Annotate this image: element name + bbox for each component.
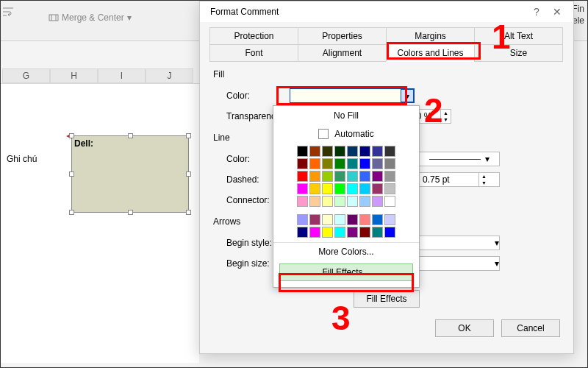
dialog-title: Format Comment [210, 7, 526, 17]
color-swatch[interactable] [322, 214, 333, 225]
color-swatch[interactable] [347, 196, 358, 207]
color-swatch[interactable] [347, 171, 358, 182]
cancel-button[interactable]: Cancel [501, 319, 560, 337]
color-swatch[interactable] [334, 227, 345, 238]
annotation-box-2 [276, 86, 407, 105]
color-swatch[interactable] [384, 196, 395, 207]
color-swatch[interactable] [384, 171, 395, 182]
color-swatch[interactable] [297, 227, 308, 238]
color-swatch[interactable] [297, 171, 308, 182]
col-header[interactable]: J [146, 68, 193, 83]
cell-text: Ghi chú [7, 154, 37, 164]
color-swatch[interactable] [334, 183, 345, 194]
color-swatch[interactable] [297, 196, 308, 207]
wrap-text-icon[interactable] [0, 5, 17, 18]
color-swatch[interactable] [359, 214, 370, 225]
annotation-box-1 [387, 42, 481, 60]
merge-center-label: Merge & Center [62, 13, 124, 23]
color-swatch[interactable] [347, 227, 358, 238]
line-weight-spinner[interactable]: ▲▼ [419, 172, 500, 187]
color-swatch[interactable] [309, 146, 320, 157]
spin-up-icon[interactable]: ▲ [478, 173, 489, 180]
color-swatch[interactable] [372, 146, 383, 157]
comment-author: Dell: [74, 138, 93, 149]
tab-protection[interactable]: Protection [209, 27, 298, 45]
col-header[interactable]: I [98, 68, 146, 83]
color-swatch[interactable] [322, 196, 333, 207]
worksheet-area: G H I J Ghi chú Dell: [1, 68, 199, 363]
color-swatch[interactable] [334, 146, 345, 157]
color-swatch[interactable] [334, 158, 345, 169]
merge-center-button[interactable]: Merge & Center ▾ [49, 13, 132, 23]
color-swatch[interactable] [334, 196, 345, 207]
color-swatch[interactable] [322, 158, 333, 169]
color-swatch[interactable] [359, 183, 370, 194]
color-swatch[interactable] [359, 227, 370, 238]
color-swatch[interactable] [347, 214, 358, 225]
color-swatch[interactable] [309, 214, 320, 225]
color-swatch[interactable] [359, 158, 370, 169]
color-swatch[interactable] [372, 158, 383, 169]
color-swatch[interactable] [347, 183, 358, 194]
comment-box[interactable]: Dell: [71, 135, 189, 213]
svg-rect-0 [49, 15, 58, 21]
color-swatch[interactable] [297, 214, 308, 225]
automatic-option[interactable]: Automatic [273, 125, 419, 143]
tab-font[interactable]: Font [209, 44, 298, 62]
spin-up-icon[interactable]: ▲ [440, 110, 451, 116]
color-swatch[interactable] [309, 183, 320, 194]
color-swatch[interactable] [359, 146, 370, 157]
color-swatch[interactable] [334, 171, 345, 182]
col-header[interactable]: G [2, 68, 50, 83]
col-header[interactable]: H [50, 68, 98, 83]
end-size-dropdown[interactable]: ▾ [419, 256, 500, 271]
tab-alignment[interactable]: Alignment [298, 44, 387, 62]
color-swatch[interactable] [322, 171, 333, 182]
color-swatch[interactable] [359, 171, 370, 182]
help-button[interactable]: ? [526, 4, 547, 20]
color-picker-popup: No Fill Automatic More Colors... Fill Ef… [273, 105, 420, 288]
color-swatch[interactable] [372, 227, 383, 238]
fill-effects-button[interactable]: Fill Effects [354, 290, 420, 308]
color-swatch[interactable] [372, 196, 383, 207]
end-style-dropdown[interactable]: ▾ [419, 236, 500, 250]
color-swatch[interactable] [384, 227, 395, 238]
color-swatch[interactable] [297, 146, 308, 157]
color-swatch[interactable] [347, 146, 358, 157]
ok-button[interactable]: OK [435, 319, 494, 337]
color-swatch[interactable] [309, 171, 320, 182]
color-swatch[interactable] [384, 183, 395, 194]
color-swatch[interactable] [384, 146, 395, 157]
color-swatch[interactable] [359, 196, 370, 207]
spin-down-icon[interactable]: ▼ [478, 180, 489, 186]
close-icon[interactable]: ✕ [547, 4, 567, 20]
color-swatch[interactable] [372, 214, 383, 225]
no-fill-option[interactable]: No Fill [273, 106, 419, 125]
color-swatch[interactable] [347, 158, 358, 169]
tab-size[interactable]: Size [474, 44, 563, 62]
color-swatch[interactable] [322, 227, 333, 238]
annotation-box-3 [279, 273, 414, 292]
color-swatch[interactable] [309, 227, 320, 238]
line-weight-value[interactable] [420, 174, 478, 185]
automatic-swatch-icon [318, 129, 329, 139]
fill-section-label: Fill [213, 69, 560, 79]
color-swatch[interactable] [322, 146, 333, 157]
color-swatch[interactable] [372, 171, 383, 182]
color-swatch[interactable] [334, 214, 345, 225]
color-swatch[interactable] [309, 196, 320, 207]
chevron-down-icon: ▾ [127, 13, 132, 23]
color-swatch[interactable] [322, 183, 333, 194]
line-style-dropdown[interactable]: ▾ [419, 152, 500, 166]
spin-down-icon[interactable]: ▼ [440, 116, 451, 123]
color-swatch[interactable] [297, 183, 308, 194]
more-colors-option[interactable]: More Colors... [273, 242, 419, 261]
tab-alt-text[interactable]: Alt Text [474, 27, 563, 45]
color-swatch[interactable] [297, 158, 308, 169]
color-swatch[interactable] [384, 214, 395, 225]
color-swatch[interactable] [309, 158, 320, 169]
color-swatch[interactable] [384, 158, 395, 169]
tab-properties[interactable]: Properties [298, 27, 387, 45]
color-swatch-grid [273, 143, 419, 242]
color-swatch[interactable] [372, 183, 383, 194]
